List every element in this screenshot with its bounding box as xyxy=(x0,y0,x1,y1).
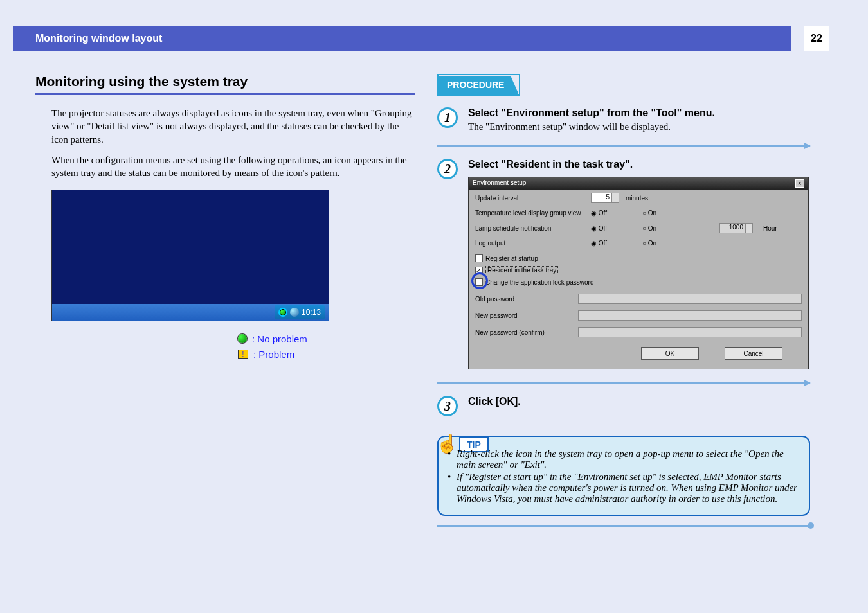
right-column: PROCEDURE 1 Select "Environment setup" f… xyxy=(437,74,810,527)
footer-divider xyxy=(437,525,810,527)
tip-item-1: Right-click the icon in the system tray … xyxy=(448,449,800,470)
lamp-hour-input[interactable]: 1000 xyxy=(719,223,745,233)
step-1-title: Select "Environment setup" from the "Too… xyxy=(468,107,810,119)
intro-paragraph-1: The projector statuses are always displa… xyxy=(51,107,415,146)
confirm-password-label: New password (confirm) xyxy=(475,329,572,336)
lamp-label: Lamp schedule notification xyxy=(475,225,584,232)
taskbar: 10:13 xyxy=(52,304,329,321)
update-interval-input[interactable]: 5 xyxy=(591,193,611,203)
tip-item-2: If "Register at start up" in the "Enviro… xyxy=(448,472,800,504)
step-3-title: Click [OK]. xyxy=(468,396,810,407)
page-header: Monitoring window layout xyxy=(13,26,791,51)
lamp-hour-spinner[interactable] xyxy=(745,223,753,233)
environment-setup-dialog: Environment setup × Update interval 5 mi… xyxy=(468,177,809,369)
status-warning-icon: ! xyxy=(238,350,248,359)
ok-button[interactable]: OK xyxy=(641,347,699,360)
old-password-label: Old password xyxy=(475,296,572,303)
dialog-titlebar: Environment setup × xyxy=(469,177,808,190)
system-tray: 10:13 xyxy=(275,305,325,319)
temp-off-radio[interactable]: ◉ Off xyxy=(591,209,636,217)
confirm-password-input[interactable] xyxy=(578,327,802,337)
step-number-3: 3 xyxy=(437,396,458,416)
new-password-label: New password xyxy=(475,312,572,319)
step-2-title: Select "Resident in the task tray". xyxy=(468,159,810,170)
divider-arrow xyxy=(437,382,810,384)
dialog-title: Environment setup xyxy=(473,179,526,188)
step-2: 2 Select "Resident in the task tray". En… xyxy=(437,159,810,369)
page-number: 22 xyxy=(804,26,829,51)
cancel-button[interactable]: Cancel xyxy=(725,347,782,360)
log-on-radio[interactable]: ○ On xyxy=(642,240,687,247)
log-off-radio[interactable]: ◉ Off xyxy=(591,240,636,247)
procedure-heading: PROCEDURE xyxy=(439,76,518,94)
new-password-input[interactable] xyxy=(578,310,802,321)
update-interval-label: Update interval xyxy=(475,195,584,202)
temperature-label: Temperature level display group view xyxy=(475,209,584,217)
change-password-label: Change the application lock password xyxy=(485,279,593,286)
step-number-2: 2 xyxy=(437,159,458,179)
lamp-on-radio[interactable]: ○ On xyxy=(642,225,687,232)
divider-arrow xyxy=(437,145,810,147)
step-3: 3 Click [OK]. xyxy=(437,396,810,416)
temp-on-radio[interactable]: ○ On xyxy=(642,209,687,217)
clock: 10:13 xyxy=(302,308,321,317)
close-icon[interactable]: × xyxy=(795,179,804,188)
update-interval-spinner[interactable] xyxy=(611,193,619,203)
lamp-off-radio[interactable]: ◉ Off xyxy=(591,225,636,232)
register-startup-checkbox[interactable] xyxy=(475,254,483,262)
step-1: 1 Select "Environment setup" from the "T… xyxy=(437,107,810,132)
status-ok-icon xyxy=(278,308,287,317)
legend-problem-text: : Problem xyxy=(253,349,294,360)
hour-label: Hour xyxy=(763,225,777,232)
section-title: Monitoring using the system tray xyxy=(35,74,415,95)
tip-box: Right-click the icon in the system tray … xyxy=(437,436,810,516)
step-number-1: 1 xyxy=(437,107,458,128)
legend-ok-text: : No problem xyxy=(252,333,307,344)
log-label: Log output xyxy=(475,240,584,247)
highlight-circle xyxy=(471,272,488,289)
intro-paragraph-2: When the configuration menus are set usi… xyxy=(51,154,415,180)
system-tray-screenshot: 10:13 xyxy=(51,190,329,321)
procedure-heading-wrap: PROCEDURE xyxy=(437,74,520,96)
left-column: Monitoring using the system tray The pro… xyxy=(35,74,415,187)
tip-section: ☝ TIP Right-click the icon in the system… xyxy=(437,436,810,527)
minutes-label: minutes xyxy=(626,195,648,202)
step-1-desc: The "Environment setup" window will be d… xyxy=(468,121,810,132)
network-icon xyxy=(290,308,299,317)
tray-legend: : No problem ! : Problem xyxy=(238,331,307,362)
old-password-input[interactable] xyxy=(578,294,802,304)
register-startup-label: Register at startup xyxy=(485,255,538,262)
header-title: Monitoring window layout xyxy=(35,33,162,44)
resident-tray-label: Resident in the task tray xyxy=(485,266,558,274)
status-ok-icon xyxy=(238,334,247,343)
